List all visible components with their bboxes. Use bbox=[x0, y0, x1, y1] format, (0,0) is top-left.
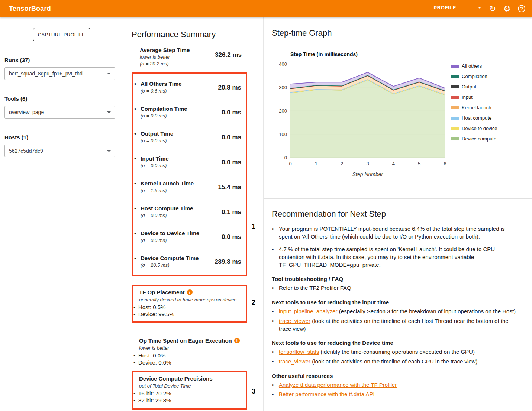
svg-text:5: 5 bbox=[418, 161, 420, 166]
metric-label: Input Time bbox=[141, 155, 222, 162]
section-item: •trace_viewer (look at the activities on… bbox=[272, 317, 519, 333]
link[interactable]: trace_viewer bbox=[279, 358, 310, 365]
svg-text:0: 0 bbox=[284, 155, 287, 161]
link[interactable]: trace_viewer bbox=[279, 318, 310, 324]
section-items: •Analyze tf.data performance with the TF… bbox=[272, 381, 519, 398]
info-icon[interactable]: i bbox=[234, 338, 240, 343]
recommendation-bullets: •Your program is POTENTIALLY input-bound… bbox=[272, 225, 519, 269]
bullet-icon: • bbox=[134, 81, 141, 87]
recommendation-sections: Tool troubleshooting / FAQ•Refer to the … bbox=[272, 276, 519, 398]
bullet-icon: • bbox=[133, 390, 138, 397]
device-compute-precisions-block: Device Compute Precisions out of Total D… bbox=[133, 375, 243, 404]
legend-item: Device compute bbox=[451, 136, 497, 142]
bullet-icon: • bbox=[133, 311, 138, 318]
recommendation-title: Recommendation for Next Step bbox=[272, 209, 519, 219]
metric-label: Host Compute Time bbox=[141, 205, 222, 211]
bullet-icon: • bbox=[134, 106, 141, 112]
link[interactable]: Analyze tf.data performance with the TF … bbox=[279, 382, 397, 388]
tf-op-placement-items: •Host: 0.5%•Device: 99.5% bbox=[133, 304, 243, 318]
metric-label: Compilation Time bbox=[141, 106, 222, 112]
chevron-down-icon bbox=[107, 111, 111, 113]
bullet-icon: • bbox=[133, 352, 138, 359]
link[interactable]: tensorflow_stats bbox=[279, 349, 319, 355]
metrics-list: •All Others Time(σ = 0.6 ms)20.8 ms•Comp… bbox=[134, 75, 241, 274]
bullet-icon: • bbox=[134, 255, 141, 262]
annotation-number-1: 1 bbox=[252, 223, 255, 230]
section-item: •Refer to the TF2 Profiler FAQ bbox=[272, 284, 519, 292]
bullet-icon: • bbox=[134, 130, 141, 137]
eager-execution-items: •Host: 0.0%•Device: 0.0% bbox=[133, 352, 247, 366]
metric-value: 0.0 ms bbox=[222, 155, 241, 166]
chart-title: Step Time (in milliseconds) bbox=[290, 51, 532, 57]
section-heading: Tool troubleshooting / FAQ bbox=[272, 276, 519, 282]
svg-text:4: 4 bbox=[392, 161, 395, 166]
recommendation-text: Your program is POTENTIALLY input-bound … bbox=[279, 225, 519, 240]
metric-row: •Input Time(σ = 0.0 ms)0.0 ms bbox=[134, 149, 241, 174]
gear-icon[interactable]: ⚙︎ bbox=[503, 5, 510, 13]
bullet-icon: • bbox=[133, 397, 138, 404]
tf-op-placement-title: TF Op Placement bbox=[139, 289, 185, 295]
list-item-text: Device: 0.0% bbox=[138, 359, 171, 366]
hosts-label: Hosts (1) bbox=[4, 134, 116, 140]
link[interactable]: Better performance with the tf.data API bbox=[279, 391, 375, 397]
list-item-text: Host: 0.5% bbox=[138, 304, 165, 311]
link[interactable]: input_pipeline_analyzer bbox=[279, 308, 338, 314]
tools-select[interactable]: overview_page bbox=[4, 106, 115, 119]
legend-swatch bbox=[451, 117, 459, 120]
svg-text:Step Number: Step Number bbox=[352, 171, 384, 177]
hosts-select[interactable]: 5627c5dd7dc9 bbox=[4, 145, 115, 157]
tools-label: Tools (6) bbox=[4, 96, 116, 102]
metric-sigma: (σ = 20.5 ms) bbox=[141, 262, 215, 268]
dashboard-selector[interactable]: PROFILE bbox=[433, 4, 482, 13]
legend-label: Output bbox=[462, 84, 476, 90]
metric-label: Output Time bbox=[141, 130, 222, 137]
metric-sigma: (σ = 0.0 ms) bbox=[141, 138, 222, 143]
metric-sigma: (σ = 1.5 ms) bbox=[141, 188, 218, 193]
metric-row: •Kernel Launch Time(σ = 1.5 ms)15.4 ms bbox=[134, 174, 241, 199]
refresh-icon[interactable]: ↻ bbox=[490, 5, 496, 13]
svg-text:0: 0 bbox=[289, 161, 291, 166]
bullet-icon: • bbox=[133, 359, 138, 366]
legend-item: All others bbox=[451, 63, 497, 69]
eager-execution-note: lower is better bbox=[139, 345, 247, 351]
metric-sigma: (σ = 0.0 ms) bbox=[141, 113, 222, 119]
bullet-icon: • bbox=[272, 348, 279, 356]
bullet-icon: • bbox=[272, 381, 279, 389]
metric-label: Device to Device Time bbox=[141, 230, 222, 236]
right-column: Step-time Graph Step Time (in millisecon… bbox=[264, 17, 532, 411]
app-title: TensorBoard bbox=[9, 5, 51, 13]
annotation-box-2: TF Op Placement i generally desired to h… bbox=[132, 285, 247, 323]
legend-swatch bbox=[451, 65, 459, 68]
section-item: •input_pipeline_analyzer (especially Sec… bbox=[272, 308, 519, 315]
svg-text:2: 2 bbox=[341, 161, 343, 166]
performance-summary-panel: Performance Summary Average Step Time lo… bbox=[123, 17, 264, 411]
list-item: •Device: 0.0% bbox=[133, 359, 247, 366]
average-step-time-row: Average Step Time lower is better (σ = 2… bbox=[132, 47, 247, 67]
metric-sigma: (σ = 0.0 ms) bbox=[141, 213, 222, 218]
svg-text:100: 100 bbox=[279, 132, 287, 137]
legend-label: Input bbox=[462, 94, 473, 100]
info-icon[interactable]: i bbox=[187, 289, 193, 295]
bullet-icon: • bbox=[272, 358, 279, 366]
performance-summary-title: Performance Summary bbox=[132, 30, 247, 39]
metric-value: 15.4 ms bbox=[218, 180, 241, 191]
runs-group: Runs (37) bert_squad_8gpu_fp16_pvt_thd bbox=[0, 57, 123, 80]
metric-note: lower is better bbox=[140, 54, 215, 60]
device-compute-precisions-note: out of Total Device Time bbox=[139, 383, 243, 389]
metric-row: •Device Compute Time(σ = 20.5 ms)289.8 m… bbox=[134, 249, 241, 274]
help-icon[interactable]: ? bbox=[518, 5, 525, 12]
runs-select[interactable]: bert_squad_8gpu_fp16_pvt_thd bbox=[4, 67, 115, 80]
legend-item: Kernel launch bbox=[451, 105, 497, 110]
legend-label: Device to device bbox=[462, 126, 497, 131]
metric-label: All Others Time bbox=[141, 81, 218, 87]
annotation-box-1: •All Others Time(σ = 0.6 ms)20.8 ms•Comp… bbox=[132, 72, 247, 276]
chevron-down-icon bbox=[478, 7, 481, 9]
list-item: •Host: 0.5% bbox=[133, 304, 243, 311]
legend-item: Host compute bbox=[451, 115, 497, 121]
metric-row: •Host Compute Time(σ = 0.0 ms)0.1 ms bbox=[134, 199, 241, 224]
bullet-icon: • bbox=[133, 304, 138, 311]
annotation-number-3: 3 bbox=[252, 388, 255, 395]
legend-swatch bbox=[451, 106, 459, 109]
capture-profile-button[interactable]: CAPTURE PROFILE bbox=[33, 28, 90, 41]
bullet-icon: • bbox=[272, 246, 279, 269]
